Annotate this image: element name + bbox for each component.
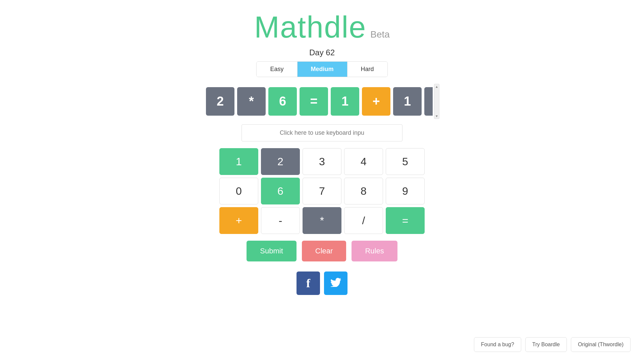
bug-report-link[interactable]: Found a bug? (474, 337, 521, 352)
numpad-row-1: 06789 (219, 178, 425, 204)
tile-0: 2 (206, 87, 234, 116)
difficulty-medium[interactable]: Medium (298, 62, 347, 77)
numpad-btn-6[interactable]: 6 (261, 178, 300, 204)
numpad-btn-=[interactable]: = (386, 207, 425, 234)
numpad-btn-4[interactable]: 4 (344, 148, 383, 175)
numpad: 1234506789+-*/= (219, 148, 425, 234)
action-buttons: Submit Clear Rules (247, 241, 397, 261)
day-label: Day 62 (309, 48, 335, 57)
keyboard-input[interactable] (241, 124, 402, 141)
social-row: f (297, 272, 347, 295)
numpad-btn-7[interactable]: 7 (303, 178, 341, 204)
tile-3: = (300, 87, 328, 116)
app-title: Mathdle (254, 10, 366, 45)
tile-1: * (237, 87, 266, 116)
tile-6: 1 (393, 87, 422, 116)
facebook-icon: f (306, 276, 310, 290)
keyboard-input-area (241, 124, 402, 141)
submit-button[interactable]: Submit (247, 241, 296, 261)
game-board: 2*6=1+11 (205, 84, 433, 119)
scrollbar[interactable]: ▲ ▼ (434, 84, 439, 119)
clear-button[interactable]: Clear (302, 241, 346, 261)
scroll-up-arrow[interactable]: ▲ (435, 85, 438, 88)
numpad-btn-/[interactable]: / (344, 207, 383, 234)
scroll-down-arrow[interactable]: ▼ (435, 114, 438, 118)
numpad-btn-8[interactable]: 8 (344, 178, 383, 204)
numpad-btn-+[interactable]: + (219, 207, 258, 234)
difficulty-hard[interactable]: Hard (347, 62, 387, 77)
numpad-btn-5[interactable]: 5 (386, 148, 425, 175)
difficulty-easy[interactable]: Easy (257, 62, 297, 77)
numpad-btn-0[interactable]: 0 (219, 178, 258, 204)
beta-label: Beta (370, 29, 390, 40)
twitter-icon (330, 278, 341, 289)
tile-7: 1 (424, 87, 433, 116)
title-container: Mathdle Beta (254, 10, 390, 45)
numpad-btn--[interactable]: - (261, 207, 300, 234)
numpad-row-2: +-*/= (219, 207, 425, 234)
twitter-button[interactable] (324, 272, 347, 295)
numpad-btn-3[interactable]: 3 (303, 148, 341, 175)
rules-button[interactable]: Rules (352, 241, 397, 261)
facebook-button[interactable]: f (297, 272, 320, 295)
numpad-btn-2[interactable]: 2 (261, 148, 300, 175)
numpad-row-0: 12345 (219, 148, 425, 175)
tile-4: 1 (331, 87, 359, 116)
tile-2: 6 (268, 87, 297, 116)
tile-5: + (362, 87, 390, 116)
difficulty-selector: Easy Medium Hard (256, 61, 387, 77)
original-link[interactable]: Original (Thwordle) (571, 337, 631, 352)
numpad-btn-*[interactable]: * (303, 207, 341, 234)
footer-links: Found a bug? Try Boardle Original (Thwor… (474, 337, 631, 352)
numpad-btn-9[interactable]: 9 (386, 178, 425, 204)
numpad-btn-1[interactable]: 1 (219, 148, 258, 175)
boardle-link[interactable]: Try Boardle (525, 337, 567, 352)
game-board-container: 2*6=1+11 ▲ ▼ (205, 84, 439, 119)
